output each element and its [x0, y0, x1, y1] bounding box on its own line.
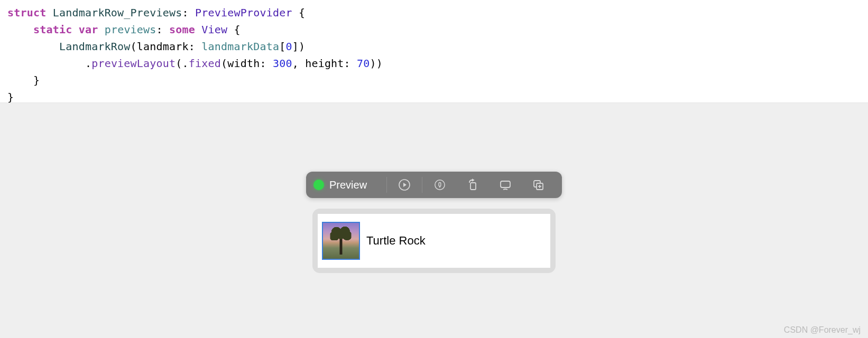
svg-rect-3: [439, 182, 441, 186]
rotate-device-button[interactable]: [456, 172, 489, 198]
code-line[interactable]: LandmarkRow(landmark: landmarkData[0]): [7, 38, 861, 55]
svg-marker-1: [403, 183, 407, 187]
preview-device-frame[interactable]: Turtle Rock: [312, 209, 556, 273]
landmark-thumbnail[interactable]: [322, 222, 360, 260]
svg-point-2: [435, 180, 445, 190]
duplicate-preview-button[interactable]: [522, 172, 555, 198]
code-line[interactable]: static var previews: some View {: [7, 21, 861, 38]
device-settings-button[interactable]: [489, 172, 522, 198]
preview-label: Preview: [329, 179, 367, 191]
duplicate-icon: [532, 179, 544, 191]
svg-rect-5: [470, 183, 476, 190]
svg-rect-6: [501, 181, 510, 187]
code-line[interactable]: .previewLayout(.fixed(width: 300, height…: [7, 55, 861, 72]
preview-toolbar: Preview: [306, 172, 562, 198]
preview-canvas: Preview: [0, 103, 868, 338]
code-line[interactable]: struct LandmarkRow_Previews: PreviewProv…: [7, 4, 861, 21]
landmark-row: Turtle Rock: [318, 214, 550, 268]
code-editor[interactable]: struct LandmarkRow_Previews: PreviewProv…: [0, 0, 868, 103]
display-icon: [499, 179, 512, 191]
rotate-icon: [466, 179, 479, 191]
live-preview-button[interactable]: [388, 172, 421, 198]
pin-preview-button[interactable]: [423, 172, 456, 198]
play-circle-icon: [398, 179, 411, 191]
watermark: CSDN @Forever_wj: [784, 325, 861, 335]
status-indicator-icon: [313, 180, 324, 190]
pin-circle-icon: [434, 179, 446, 191]
code-line[interactable]: }: [7, 72, 861, 89]
landmark-name-label: Turtle Rock: [366, 234, 426, 248]
